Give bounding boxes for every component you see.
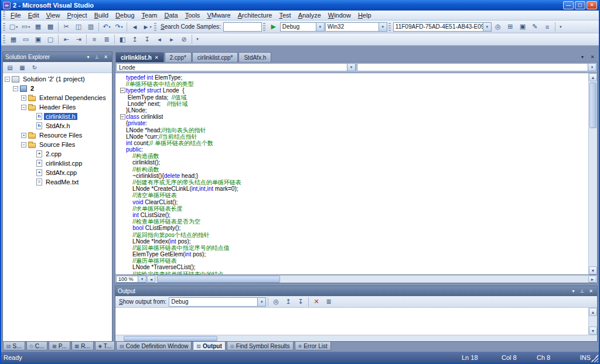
code-line[interactable]: {private: xyxy=(115,120,588,126)
refresh-button[interactable]: ↻ xyxy=(29,63,40,72)
copy-button[interactable]: ◫ xyxy=(73,22,84,32)
menu-analyze[interactable]: Analyze xyxy=(295,11,325,19)
collapse-icon[interactable]: − xyxy=(21,105,26,110)
code-line[interactable]: LNode *CreateCLinkL(int,int,int mark=0); xyxy=(115,186,588,192)
macro-explorer-button[interactable]: ⊞ xyxy=(504,22,516,32)
toggle-word-wrap-button[interactable]: ≣ xyxy=(323,297,335,307)
close-button[interactable]: ✕ xyxy=(587,1,597,9)
display-object-member-list-button[interactable]: ▦ xyxy=(8,34,19,44)
toolbar-grip-icon[interactable] xyxy=(154,23,156,31)
menu-build[interactable]: Build xyxy=(91,11,112,19)
code-text-area[interactable]: typedef int ElemType;//单循环链表中结点的类型−typed… xyxy=(115,73,588,274)
uncomment-selection-button[interactable]: ≣ xyxy=(101,34,112,44)
code-line[interactable]: //返回指向第pos个结点的指针 xyxy=(115,232,588,238)
menu-debug[interactable]: Debug xyxy=(112,11,138,19)
show-output-from-combo[interactable]: Debug▾ xyxy=(169,297,266,307)
scrollbar-track[interactable] xyxy=(589,81,597,266)
code-line[interactable]: //遍历单循环链表 xyxy=(115,257,588,264)
code-line[interactable]: }LNode; xyxy=(115,107,588,114)
show-all-files-button[interactable]: ▦ xyxy=(16,63,28,72)
auto-hide-pin-icon[interactable]: ⊥ xyxy=(578,288,586,295)
scroll-left-icon[interactable]: ◄ xyxy=(147,276,155,283)
paste-button[interactable]: ▥ xyxy=(85,22,97,32)
tree-item-resource-files[interactable]: +Resource Files xyxy=(3,131,112,140)
scroll-down-icon[interactable]: ▼ xyxy=(589,266,597,274)
solution-explorer-tab[interactable]: ▤S... xyxy=(3,342,25,351)
navigate-backward-button[interactable]: ◄ xyxy=(129,22,141,32)
menu-project[interactable]: Project xyxy=(63,11,90,19)
code-line[interactable]: ElemType data; //值域 xyxy=(115,94,588,101)
command-window-button[interactable]: ▣ xyxy=(517,22,529,32)
maximize-button[interactable]: ▢ xyxy=(575,1,585,9)
solution-explorer-header[interactable]: Solution Explorer ▾⊥✕ xyxy=(3,52,112,62)
open-file-button[interactable]: ▭▾ xyxy=(20,22,32,32)
properties-window-button[interactable]: ✎ xyxy=(529,22,541,32)
find-message-button[interactable]: ◎ xyxy=(270,297,282,307)
collapse-icon[interactable]: − xyxy=(5,77,10,82)
scrollbar-thumb[interactable] xyxy=(124,336,217,341)
cut-button[interactable]: ✂ xyxy=(60,22,72,32)
tree-item-readme-txt[interactable]: ≡ReadMe.txt xyxy=(3,177,112,187)
class-view-tab[interactable]: ◇C... xyxy=(26,342,48,351)
active-files-dropdown-icon[interactable]: ▾ xyxy=(578,53,587,61)
code-line[interactable]: //单循环链表中结点的类型 xyxy=(115,81,588,87)
tree-item-solution-2-1-project[interactable]: −Solution '2' (1 project) xyxy=(3,74,112,84)
code-line[interactable]: LNode *head;//指向表头的指针 xyxy=(115,127,588,133)
zoom-dropdown[interactable]: 100 % ▾ xyxy=(116,276,146,283)
tree-item-cirlinklist-cpp[interactable]: +cirlinklist.cpp xyxy=(3,159,112,168)
error-list-tab[interactable]: ⊗Error List xyxy=(295,342,331,351)
tree-item-stdafx-h[interactable]: hStdAfx.h xyxy=(3,121,112,131)
display-word-completion-button[interactable]: ▢ xyxy=(45,34,56,44)
auto-hide-pin-icon[interactable]: ⊥ xyxy=(93,54,101,61)
previous-bookmark-button[interactable]: ↥ xyxy=(129,34,141,44)
code-definition-window-tab[interactable]: ▤Code Definition Window xyxy=(116,342,192,351)
document-tab-cirlinklist-cpp[interactable]: cirlinklist.cpp* xyxy=(192,52,238,62)
output-text-area[interactable] xyxy=(115,308,588,335)
save-all-button[interactable]: ▩ xyxy=(45,22,56,32)
code-line[interactable]: cirlinklist(); xyxy=(115,159,588,166)
toolbar-grip-icon[interactable] xyxy=(3,35,5,43)
output-tab[interactable]: ▥Output xyxy=(193,342,225,351)
find-in-files-button[interactable]: ◎ xyxy=(492,22,504,32)
solution-platforms-combo[interactable]: Win32▾ xyxy=(325,22,387,32)
output-header[interactable]: Output ▾⊥✕ xyxy=(115,286,597,296)
scrollbar-track[interactable] xyxy=(156,276,588,283)
output-vertical-scrollbar[interactable]: ▲ ▼ xyxy=(588,308,597,335)
navigate-forward-button[interactable]: ►▾ xyxy=(141,22,153,32)
code-line[interactable]: void ClearCList(); xyxy=(115,199,588,205)
go-to-next-message-button[interactable]: ↧ xyxy=(295,297,306,307)
framework-combo[interactable]: 11F09AFD-75AD-4E51-AB43-E09I▾ xyxy=(393,22,492,32)
resource-view-tab[interactable]: ▩R... xyxy=(71,342,94,351)
fold-collapse-icon[interactable]: − xyxy=(120,88,125,93)
document-tab-cirlinklist-h[interactable]: cirlinklist.h✕ xyxy=(115,52,164,62)
scrollbar-thumb[interactable] xyxy=(157,276,280,283)
expand-icon[interactable]: + xyxy=(21,133,26,138)
code-line[interactable]: //清空单循环链表 xyxy=(115,192,588,198)
code-line[interactable]: int count;// 单循环链表的结点个数 xyxy=(115,140,588,146)
toolbar-grip-icon[interactable] xyxy=(3,11,5,19)
collapse-icon[interactable]: − xyxy=(13,86,18,91)
menu-view[interactable]: View xyxy=(43,11,64,19)
menu-data[interactable]: Data xyxy=(161,11,181,19)
code-line[interactable]: bool CListEmpty(); xyxy=(115,225,588,231)
scroll-down-icon[interactable]: ▼ xyxy=(589,327,597,335)
code-line[interactable]: //求单循环链表长度 xyxy=(115,205,588,212)
window-position-icon[interactable]: ▾ xyxy=(570,288,577,295)
clear-all-button[interactable]: ✕ xyxy=(311,297,322,307)
close-document-icon[interactable]: ✕ xyxy=(588,53,596,61)
code-line[interactable]: //按给定值查找单循环链表中的结点 xyxy=(115,271,588,274)
code-line[interactable]: //检查单循环链表是否为空 xyxy=(115,218,588,225)
start-debugging-button[interactable]: ▶ xyxy=(268,22,279,32)
toggle-bookmark-button[interactable]: ◧ xyxy=(117,34,128,44)
code-line[interactable]: //创建有序或无序的带头结点的单循环链表 xyxy=(115,179,588,186)
menu-vmware[interactable]: VMware xyxy=(203,11,234,19)
scrollbar-thumb[interactable] xyxy=(589,83,596,128)
output-horizontal-scrollbar[interactable] xyxy=(115,335,597,341)
menu-file[interactable]: File xyxy=(7,11,25,19)
redo-button[interactable]: ↷▾ xyxy=(113,22,125,32)
tree-item-header-files[interactable]: −Header Files xyxy=(3,102,112,112)
code-line[interactable]: LNode *curr;//当前结点指针 xyxy=(115,133,588,140)
clear-bookmarks-button[interactable]: ⊘ xyxy=(178,34,190,44)
comment-selection-button[interactable]: ≡ xyxy=(88,34,100,44)
minimize-button[interactable]: — xyxy=(563,1,574,9)
